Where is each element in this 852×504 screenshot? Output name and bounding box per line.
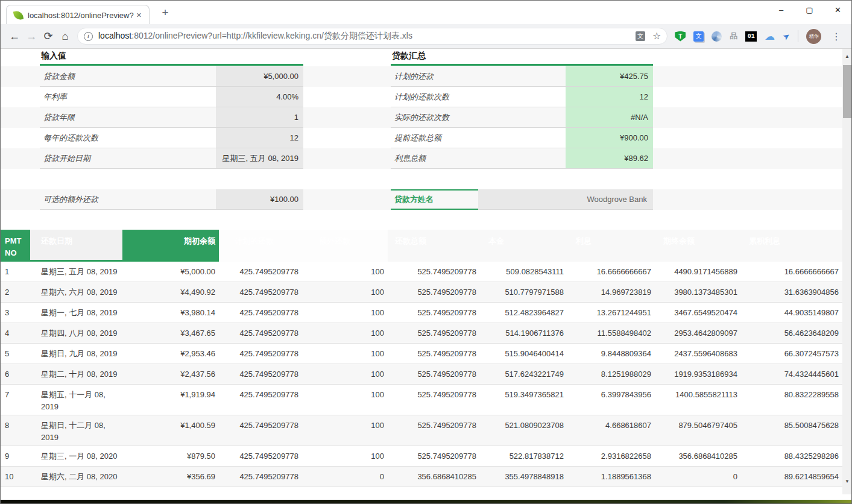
- summary-value[interactable]: ¥425.75: [566, 66, 653, 87]
- table-cell: 425.7495209778: [219, 446, 303, 466]
- table-cell: 0: [303, 467, 388, 487]
- table-cell: 10: [0, 467, 30, 487]
- input-value[interactable]: 1: [216, 107, 303, 128]
- input-label: 每年的还款次数: [40, 128, 216, 148]
- table-cell: 514.1906711376: [481, 323, 569, 343]
- browser-tab[interactable]: localhost:8012/onlinePreview? ✕: [6, 5, 150, 25]
- column-header: 利息: [569, 230, 656, 262]
- table-cell: 9: [0, 446, 30, 466]
- page-info-icon[interactable]: i: [84, 32, 93, 41]
- input-value[interactable]: ¥100.00: [216, 189, 303, 210]
- kkfileview-leaf-favicon: [13, 10, 24, 20]
- input-section-title: 输入值: [41, 51, 66, 61]
- table-cell: 44.9035149807: [742, 303, 842, 323]
- url-text[interactable]: localhost:8012/onlinePreview?url=http://…: [98, 31, 628, 42]
- table-cell: 85.5008475628: [742, 415, 842, 446]
- translate-page-icon[interactable]: 文: [636, 31, 645, 41]
- sheet-row: 可选的额外还款 ¥100.00 贷款方姓名 Woodgrove Bank: [0, 189, 842, 210]
- browser-toolbar: ← → ⟳ ⌂ i localhost:8012/onlinePreview?u…: [0, 24, 852, 49]
- tampermonkey-icon[interactable]: T: [675, 31, 686, 42]
- new-tab-button[interactable]: +: [158, 6, 172, 19]
- column-header: 期初余额: [122, 230, 219, 262]
- scroll-up-icon[interactable]: ▲: [842, 51, 852, 61]
- table-cell: 星期六, 六月 08, 2019: [30, 282, 122, 302]
- sitemap-extension-icon[interactable]: 品: [730, 31, 737, 42]
- cloud-extension-icon[interactable]: ☁: [765, 31, 775, 42]
- summary-label: 利息总额: [391, 148, 566, 169]
- swirl-extension-icon[interactable]: [712, 31, 722, 42]
- input-label: 贷款年限: [40, 107, 216, 128]
- back-icon[interactable]: ←: [6, 30, 23, 43]
- table-row: 5 星期日, 九月 08, 2019 ¥2,953.46 425.7495209…: [0, 344, 842, 364]
- extensions-bar: T 文 品 01 ☁ ➤ 精华 ⋮: [672, 29, 846, 44]
- table-cell: 星期三, 五月 08, 2019: [30, 262, 122, 282]
- input-value[interactable]: ¥5,000.00: [216, 66, 303, 87]
- bookmark-star-icon[interactable]: ☆: [652, 31, 661, 41]
- summary-value[interactable]: #N/A: [566, 107, 653, 128]
- input-value[interactable]: 12: [216, 128, 303, 148]
- table-cell: 425.7495209778: [219, 323, 303, 343]
- table-cell: 525.7495209778: [388, 364, 481, 384]
- table-cell: 3980.1373485301: [656, 282, 742, 302]
- address-bar[interactable]: i localhost:8012/onlinePreview?url=http:…: [77, 28, 667, 45]
- column-header: 计划的还款: [219, 230, 303, 262]
- table-cell: 509.0828543111: [481, 262, 569, 282]
- table-cell: 88.4325298286: [742, 446, 842, 466]
- table-cell: 1919.9353186934: [656, 364, 742, 384]
- home-icon[interactable]: ⌂: [57, 30, 74, 43]
- table-cell: 9.8448809364: [569, 344, 656, 364]
- scroll-down-icon[interactable]: ▼: [842, 476, 852, 486]
- input-value[interactable]: 4.00%: [216, 87, 303, 107]
- url-path: :8012/onlinePreview?url=http://kkfilevie…: [131, 31, 412, 40]
- minimize-button[interactable]: –: [767, 0, 795, 20]
- column-header: 还款总额: [388, 230, 481, 262]
- browser-menu-icon[interactable]: ⋮: [829, 31, 844, 42]
- table-cell: 100: [303, 282, 388, 302]
- table-cell: 1400.5855821113: [656, 385, 742, 415]
- table-cell: ¥356.69: [122, 467, 219, 487]
- table-cell: 11.5588498402: [569, 323, 656, 343]
- table-cell: 星期六, 二月 08, 2020: [30, 467, 122, 487]
- scrollbar-thumb[interactable]: [843, 65, 851, 118]
- table-row: 2 星期六, 六月 08, 2019 ¥4,490.92 425.7495209…: [0, 282, 842, 303]
- sheet-row: 贷款年限 1 实际的还款次数 #N/A: [0, 107, 842, 128]
- table-cell: 89.6214859654: [742, 467, 842, 487]
- column-header: 期终余额: [656, 230, 742, 262]
- table-row: 7 星期五, 十一月 08, 2019 ¥1,919.94 425.749520…: [0, 385, 842, 415]
- summary-value[interactable]: ¥900.00: [566, 128, 653, 148]
- close-button[interactable]: ✕: [824, 0, 852, 20]
- table-cell: 517.6243221749: [481, 364, 569, 384]
- table-cell: 星期五, 十一月 08, 2019: [30, 385, 122, 415]
- table-cell: ¥2,953.46: [122, 344, 219, 364]
- forward-icon[interactable]: →: [23, 30, 40, 43]
- badge-01-extension-icon[interactable]: 01: [745, 31, 757, 42]
- bird-extension-icon[interactable]: ➤: [781, 30, 792, 42]
- table-cell: 100: [303, 262, 388, 282]
- table-cell: 425.7495209778: [219, 415, 303, 446]
- table-cell: 16.6666666667: [742, 262, 842, 282]
- window-controls: – ▢ ✕: [767, 0, 852, 20]
- translate-extension-icon[interactable]: 文: [693, 31, 704, 42]
- maximize-button[interactable]: ▢: [795, 0, 824, 20]
- input-value[interactable]: 星期三, 五月 08, 2019: [216, 148, 303, 169]
- summary-label: 计划的还款: [391, 66, 566, 87]
- table-cell: 425.7495209778: [219, 262, 303, 282]
- table-row: 3 星期一, 七月 08, 2019 ¥3,980.14 425.7495209…: [0, 303, 842, 323]
- profile-avatar[interactable]: 精华: [806, 29, 821, 44]
- table-cell: ¥4,490.92: [122, 282, 219, 302]
- table-cell: 星期四, 八月 08, 2019: [30, 323, 122, 343]
- lender-name-value[interactable]: Woodgrove Bank: [478, 189, 653, 210]
- tab-title: localhost:8012/onlinePreview?: [28, 11, 134, 20]
- table-cell: 425.7495209778: [219, 364, 303, 384]
- summary-value[interactable]: ¥89.62: [566, 148, 653, 169]
- vertical-scrollbar[interactable]: ▲ ▼: [842, 49, 852, 494]
- table-cell: 74.4324445601: [742, 364, 842, 384]
- table-cell: 100: [303, 303, 388, 323]
- tab-close-icon[interactable]: ✕: [134, 10, 144, 20]
- summary-value[interactable]: 12: [566, 87, 653, 107]
- table-cell: 356.6868410285: [388, 467, 481, 487]
- reload-icon[interactable]: ⟳: [40, 30, 57, 43]
- table-cell: 2953.4642809097: [656, 323, 742, 343]
- table-cell: 2437.5596408683: [656, 344, 742, 364]
- table-row: 9 星期三, 一月 08, 2020 ¥879.50 425.749520977…: [0, 446, 842, 467]
